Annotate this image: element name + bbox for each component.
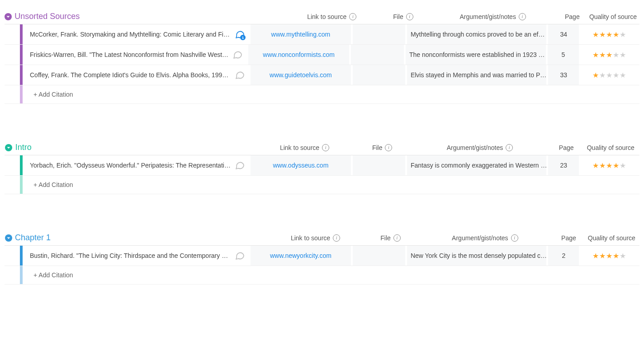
column-header-file: Filei [365, 234, 417, 242]
collapse-toggle-icon[interactable] [5, 234, 12, 242]
column-header-argument: Argument/gist/notesi [417, 234, 554, 242]
citation-row[interactable]: Coffey, Frank. The Complete Idiot's Guid… [5, 65, 639, 85]
column-header-quality: Quality of source [584, 234, 639, 242]
comment-icon[interactable] [234, 70, 245, 80]
argument-cell[interactable]: Elvis stayed in Memphis and was married … [407, 65, 546, 85]
info-icon[interactable]: i [511, 234, 518, 242]
info-icon[interactable]: i [506, 144, 513, 151]
file-cell[interactable] [353, 65, 405, 85]
page-cell[interactable]: 23 [548, 155, 579, 175]
comment-icon[interactable]: 1 [234, 29, 245, 40]
column-header-argument: Argument/gist/notesi [409, 144, 551, 151]
citation-text: Coffey, Frank. The Complete Idiot's Guid… [30, 71, 231, 79]
citation-row[interactable]: Yorbach, Erich. "Odysseus Wonderful." Pe… [5, 155, 639, 176]
citation-text: Bustin, Richard. "The Living City: Third… [30, 252, 231, 259]
info-icon[interactable]: i [385, 144, 392, 151]
section-title[interactable]: Unsorted Sources [14, 12, 80, 21]
column-header-page: Page [551, 144, 582, 151]
file-cell[interactable] [353, 246, 405, 266]
rating-stars[interactable]: ★★★★★ [592, 252, 626, 260]
quality-cell[interactable]: ★★★★★ [581, 45, 638, 65]
column-header-page: Page [558, 13, 587, 20]
section-header: Unsorted SourcesLink to sourceiFileiArgu… [5, 9, 639, 24]
file-cell[interactable] [353, 24, 405, 44]
add-citation-row[interactable]: + Add Citation [5, 176, 639, 194]
file-cell[interactable] [353, 155, 405, 175]
citation-cell[interactable]: Yorbach, Erich. "Odysseus Wonderful." Pe… [23, 155, 249, 175]
rating-stars[interactable]: ★★★★★ [592, 161, 626, 170]
citation-cell[interactable]: McCorker, Frank. Storymaking and Mythtel… [23, 24, 249, 44]
comment-count-badge: 1 [240, 35, 246, 40]
citation-row[interactable]: Friskics-Warren, Bill. "The Latest Nonco… [5, 45, 639, 65]
quality-cell[interactable]: ★★★★★ [581, 24, 638, 44]
rating-stars[interactable]: ★★★★★ [592, 51, 626, 59]
section-header: IntroLink to sourceiFileiArgument/gist/n… [5, 140, 639, 155]
citation-cell[interactable]: Bustin, Richard. "The Living City: Third… [23, 246, 249, 266]
rating-stars[interactable]: ★★★★★ [592, 30, 626, 39]
add-citation-button[interactable]: + Add Citation [23, 85, 639, 103]
page-cell[interactable]: 2 [548, 246, 579, 266]
column-header-link: Link to sourcei [285, 13, 379, 20]
add-citation-row[interactable]: + Add Citation [5, 266, 639, 285]
section-header: Chapter 1Link to sourceiFileiArgument/gi… [5, 230, 639, 246]
page-cell[interactable]: 34 [548, 24, 579, 44]
page-cell[interactable]: 33 [548, 65, 579, 85]
info-icon[interactable]: i [349, 13, 356, 20]
argument-cell[interactable]: Mythtelling through comics proved to be … [407, 24, 546, 44]
column-header-file: Filei [379, 13, 427, 20]
collapse-toggle-icon[interactable] [5, 13, 12, 21]
comment-icon[interactable] [234, 250, 245, 261]
section-unsorted: Unsorted SourcesLink to sourceiFileiArgu… [5, 9, 639, 104]
add-citation-row[interactable]: + Add Citation [5, 85, 639, 104]
citation-cell[interactable]: Friskics-Warren, Bill. "The Latest Nonco… [23, 45, 246, 65]
quality-cell[interactable]: ★★★★★ [581, 155, 638, 175]
link-cell[interactable]: www.newyorkcity.com [251, 246, 351, 266]
info-icon[interactable]: i [393, 234, 401, 242]
quality-cell[interactable]: ★★★★★ [581, 246, 638, 266]
quality-cell[interactable]: ★★★★★ [581, 65, 638, 85]
citation-text: Friskics-Warren, Bill. "The Latest Nonco… [30, 51, 228, 58]
citation-row[interactable]: McCorker, Frank. Storymaking and Mythtel… [5, 24, 639, 45]
link-cell[interactable]: www.nonconformists.com [248, 45, 349, 65]
section-intro: IntroLink to sourceiFileiArgument/gist/n… [5, 140, 639, 194]
section-title[interactable]: Chapter 1 [15, 233, 51, 243]
info-icon[interactable]: i [333, 234, 340, 242]
info-icon[interactable]: i [519, 13, 526, 20]
rating-stars[interactable]: ★★★★★ [592, 71, 626, 79]
argument-cell[interactable]: New York City is the most densely popula… [407, 246, 546, 266]
column-header-page: Page [554, 234, 583, 242]
citation-text: Yorbach, Erich. "Odysseus Wonderful." Pe… [30, 162, 231, 169]
comment-icon[interactable] [232, 49, 243, 60]
comment-icon[interactable] [234, 160, 245, 171]
citation-cell[interactable]: Coffey, Frank. The Complete Idiot's Guid… [23, 65, 249, 85]
collapse-toggle-icon[interactable] [5, 144, 13, 152]
column-header-file: Filei [355, 144, 409, 151]
column-header-argument: Argument/gist/notesi [428, 13, 558, 20]
column-header-link: Link to sourcei [266, 234, 365, 242]
link-cell[interactable]: www.guidetoelvis.com [251, 65, 351, 85]
link-cell[interactable]: www.odysseus.com [251, 155, 351, 175]
file-cell[interactable] [351, 45, 404, 65]
argument-cell[interactable]: Fantasy is commonly exaggerated in Weste… [407, 155, 546, 175]
section-title[interactable]: Intro [15, 143, 32, 152]
link-cell[interactable]: www.mythtelling.com [251, 24, 351, 44]
citation-row[interactable]: Bustin, Richard. "The Living City: Third… [5, 246, 639, 266]
section-chapter1: Chapter 1Link to sourceiFileiArgument/gi… [5, 230, 639, 285]
page-cell[interactable]: 5 [548, 45, 578, 65]
column-header-link: Link to sourcei [254, 144, 356, 151]
column-header-quality: Quality of source [582, 144, 640, 151]
info-icon[interactable]: i [406, 13, 413, 20]
argument-cell[interactable]: The nonconformists were established in 1… [406, 45, 546, 65]
add-citation-button[interactable]: + Add Citation [23, 266, 639, 284]
column-header-quality: Quality of source [587, 13, 639, 20]
citation-text: McCorker, Frank. Storymaking and Mythtel… [30, 31, 231, 38]
info-icon[interactable]: i [322, 144, 329, 151]
add-citation-button[interactable]: + Add Citation [23, 176, 639, 194]
